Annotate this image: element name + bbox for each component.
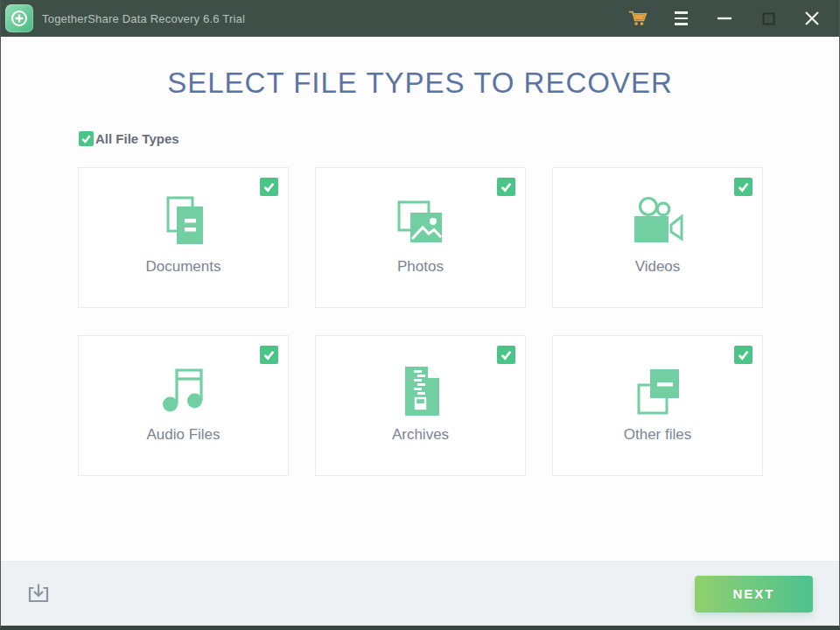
card-label: Archives (392, 426, 449, 444)
file-type-grid: Documents Photos (78, 167, 763, 476)
title-bar: TogetherShare Data Recovery 6.6 Trial (1, 0, 839, 37)
minimize-button[interactable] (710, 5, 739, 32)
footer-bar: NEXT (1, 561, 839, 626)
maximize-button[interactable] (753, 5, 783, 32)
card-archives[interactable]: Archives (315, 335, 526, 476)
archives-icon (394, 362, 448, 420)
card-photos[interactable]: Photos (315, 167, 526, 308)
card-label: Other files (624, 426, 691, 444)
next-button[interactable]: NEXT (695, 576, 813, 612)
all-file-types-checkbox-row[interactable]: All File Types (79, 131, 839, 146)
other-files-checkbox[interactable] (734, 346, 752, 364)
card-label: Photos (397, 258, 444, 276)
page-title: SELECT FILE TYPES TO RECOVER (1, 66, 839, 100)
shopping-cart-icon[interactable] (622, 5, 652, 32)
card-videos[interactable]: Videos (552, 167, 763, 308)
app-window: TogetherShare Data Recovery 6.6 Trial (0, 0, 840, 630)
photos-icon (394, 194, 448, 252)
main-content: SELECT FILE TYPES TO RECOVER All File Ty… (1, 37, 839, 561)
audio-files-checkbox[interactable] (260, 346, 278, 364)
card-documents[interactable]: Documents (78, 167, 289, 308)
card-label: Videos (635, 258, 681, 276)
archives-checkbox[interactable] (497, 346, 515, 364)
card-other-files[interactable]: Other files (552, 335, 763, 476)
documents-checkbox[interactable] (260, 178, 278, 196)
card-audio-files[interactable]: Audio Files (78, 335, 289, 476)
menu-icon[interactable] (666, 5, 696, 32)
all-file-types-checkbox[interactable] (79, 131, 94, 146)
all-file-types-label: All File Types (95, 131, 179, 146)
card-label: Documents (146, 258, 221, 276)
audio-files-icon (157, 362, 211, 420)
card-label: Audio Files (146, 426, 220, 444)
videos-checkbox[interactable] (734, 178, 752, 196)
other-files-icon (631, 362, 685, 420)
close-button[interactable] (797, 5, 827, 32)
videos-icon (630, 194, 686, 252)
window-title: TogetherShare Data Recovery 6.6 Trial (42, 12, 245, 25)
app-logo-icon (5, 4, 33, 32)
photos-checkbox[interactable] (497, 178, 515, 196)
download-icon[interactable] (24, 580, 52, 608)
documents-icon (157, 194, 211, 252)
